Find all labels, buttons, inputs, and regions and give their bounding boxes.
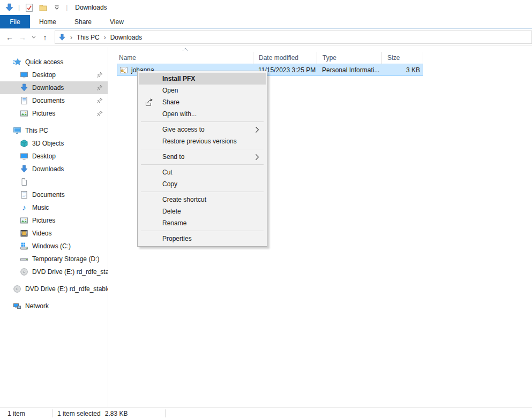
menu-separator	[141, 231, 264, 231]
app-downloads-icon	[4, 3, 14, 12]
breadcrumb-this-pc[interactable]: This PC	[77, 34, 100, 41]
column-header-size[interactable]: Size	[382, 52, 423, 64]
downloads-icon	[20, 165, 28, 173]
navigation-bar: ← → ↑ › This PC › Downloads	[0, 29, 532, 46]
submenu-chevron-icon	[255, 126, 259, 133]
sidebar-item-label: Windows (C:)	[32, 242, 71, 250]
sidebar-item-label: DVD Drive (E:) rd_rdfe_stable.T	[25, 285, 108, 293]
sidebar-item-3d-objects[interactable]: 3D Objects	[0, 137, 108, 150]
sidebar-item-network[interactable]: Network	[0, 300, 108, 313]
menu-item-rename[interactable]: Rename	[139, 217, 266, 229]
address-bar[interactable]: › This PC › Downloads	[55, 31, 532, 44]
menu-item-create-shortcut[interactable]: Create shortcut	[139, 194, 266, 205]
forward-button[interactable]: →	[16, 29, 29, 46]
menu-item-install-pfx[interactable]: Install PFX	[139, 73, 266, 85]
recent-locations-chevron-icon[interactable]	[29, 29, 39, 46]
properties-check-icon[interactable]	[24, 3, 34, 12]
breadcrumb-downloads[interactable]: Downloads	[110, 34, 142, 41]
tab-view[interactable]: View	[101, 15, 133, 28]
menu-item-cut[interactable]: Cut	[139, 166, 266, 178]
3d-objects-icon	[20, 139, 28, 148]
menu-item-give-access-to[interactable]: Give access to	[139, 124, 266, 135]
sidebar-item-label: Temporary Storage (D:)	[32, 255, 99, 263]
network-icon	[13, 302, 21, 310]
column-header-row: Name Date modified Type Size	[117, 48, 423, 62]
sidebar-item-label: Pictures	[32, 110, 55, 117]
documents-icon	[20, 191, 28, 199]
navigation-pane: Quick access Desktop Downloads Doc	[0, 47, 108, 407]
menu-item-label: Share	[162, 96, 179, 108]
statusbar-divider	[165, 409, 166, 417]
items-count: 1 item	[8, 410, 53, 417]
titlebar-separator: |	[18, 4, 20, 11]
pin-icon[interactable]	[96, 85, 103, 91]
sidebar-item-music[interactable]: ♪ Music	[0, 201, 108, 214]
sidebar-item-pictures-quick[interactable]: Pictures	[0, 107, 108, 120]
drive-icon	[20, 255, 28, 263]
menu-item-open-with[interactable]: Open with...	[139, 108, 266, 120]
downloads-icon	[20, 83, 28, 92]
sidebar-item-label: This PC	[25, 127, 48, 134]
sidebar-item-label: Downloads	[32, 84, 64, 92]
menu-item-send-to[interactable]: Send to	[139, 151, 266, 163]
sidebar-item-quick-access[interactable]: Quick access	[0, 56, 108, 68]
desktop-icon	[20, 152, 28, 161]
titlebar-separator: |	[66, 4, 68, 11]
breadcrumb-downloads-icon	[58, 34, 66, 41]
sidebar-item-label: Pictures	[32, 217, 55, 224]
menu-item-open[interactable]: Open	[139, 85, 266, 96]
window-title: Downloads	[75, 4, 107, 11]
sidebar-item-downloads-quick[interactable]: Downloads	[0, 81, 108, 94]
sidebar-item-desktop-pc[interactable]: Desktop	[0, 150, 108, 163]
sidebar-item-documents-quick[interactable]: Documents	[0, 94, 108, 107]
sidebar-item-temporary-storage-d[interactable]: Temporary Storage (D:)	[0, 253, 108, 265]
column-header-date-modified[interactable]: Date modified	[253, 52, 317, 64]
menu-item-delete[interactable]: Delete	[139, 205, 266, 217]
dvd-drive-icon	[20, 268, 28, 276]
menu-item-share[interactable]: Share	[139, 96, 266, 108]
column-header-type[interactable]: Type	[317, 52, 382, 64]
back-button[interactable]: ←	[3, 29, 16, 46]
column-header-name[interactable]: Name	[117, 52, 253, 64]
pin-icon[interactable]	[96, 97, 103, 104]
menu-item-label: Send to	[162, 151, 184, 163]
menu-item-properties[interactable]: Properties	[139, 233, 266, 245]
sidebar-section-gap	[0, 295, 108, 300]
sidebar-item-label: Music	[32, 204, 49, 211]
sidebar-item-label: Desktop	[32, 71, 56, 79]
tab-file[interactable]: File	[0, 15, 30, 28]
documents-icon	[20, 96, 28, 105]
sidebar-item-label: Quick access	[25, 58, 63, 66]
tab-home[interactable]: Home	[30, 15, 65, 28]
desktop-icon	[20, 71, 28, 79]
quick-access-toolbar-dropdown-icon[interactable]	[52, 3, 62, 12]
menu-separator	[141, 121, 264, 122]
share-icon	[144, 97, 154, 107]
sort-ascending-icon	[182, 48, 189, 51]
sidebar-item-desktop-quick[interactable]: Desktop	[0, 68, 108, 81]
sidebar-item-pictures-pc[interactable]: Pictures	[0, 214, 108, 227]
pin-icon[interactable]	[96, 72, 103, 78]
menu-item-copy[interactable]: Copy	[139, 178, 266, 190]
sidebar-item-windows-c[interactable]: Windows (C:)	[0, 240, 108, 253]
new-folder-icon[interactable]	[38, 3, 48, 12]
menu-item-restore-previous-versions[interactable]: Restore previous versions	[139, 135, 266, 147]
dvd-drive-icon	[13, 285, 21, 293]
tab-share[interactable]: Share	[65, 15, 101, 28]
up-button[interactable]: ↑	[39, 29, 51, 46]
windows-drive-icon	[20, 242, 28, 250]
sidebar-item-label: Network	[25, 302, 49, 310]
sidebar-item-this-pc[interactable]: This PC	[0, 124, 108, 137]
breadcrumb-separator-icon: ›	[103, 34, 107, 41]
pin-icon[interactable]	[96, 110, 103, 117]
sidebar-item-label: 3D Objects	[32, 140, 64, 147]
sidebar-item-label: Documents	[32, 191, 65, 199]
menu-separator	[141, 149, 264, 149]
sidebar-item-dvd-drive-e-root[interactable]: DVD Drive (E:) rd_rdfe_stable.T	[0, 283, 108, 295]
sidebar-item-dvd-drive-e[interactable]: DVD Drive (E:) rd_rdfe_stable	[0, 265, 108, 278]
sidebar-item-videos[interactable]: Videos	[0, 227, 108, 240]
sidebar-item-downloads-pc[interactable]: Downloads	[0, 163, 108, 176]
sidebar-item-documents-pc[interactable]: Documents	[0, 188, 108, 201]
music-icon: ♪	[20, 203, 28, 212]
sidebar-item-unnamed[interactable]	[0, 176, 108, 188]
